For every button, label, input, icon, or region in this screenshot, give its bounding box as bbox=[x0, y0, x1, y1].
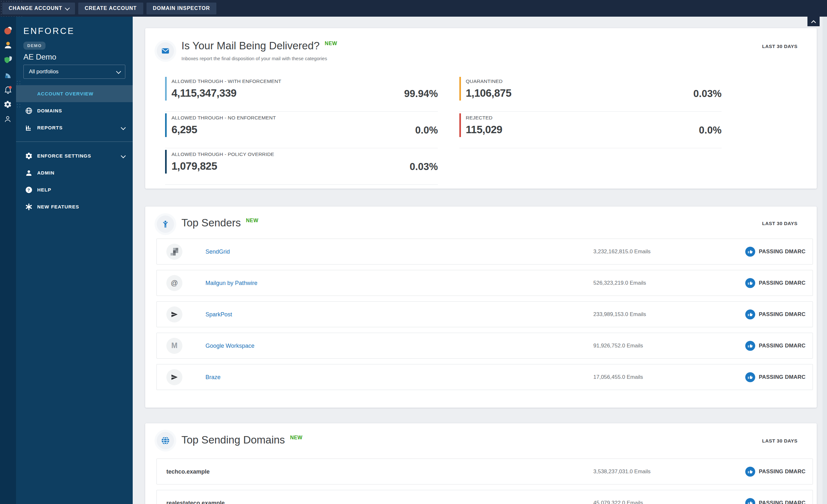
user-amber-icon[interactable] bbox=[4, 41, 12, 50]
dmarc-status-badge: PASSING DMARC bbox=[745, 309, 806, 319]
domain-email-count: 3,538,237,031.0 Emails bbox=[593, 468, 651, 475]
demo-badge: DEMO bbox=[23, 42, 46, 50]
chevron-down-icon bbox=[121, 125, 126, 130]
sender-email-count: 17,056,455.0 Emails bbox=[593, 374, 643, 380]
sender-row: SparkPost 233,989,153.0 Emails PASSING D… bbox=[156, 301, 813, 327]
delivery-card: Is Your Mail Being Delivered?NEW Inboxes… bbox=[145, 28, 817, 188]
sender-row: SendGrid 3,232,162,815.0 Emails PASSING … bbox=[156, 238, 813, 265]
dmarc-status-badge: PASSING DMARC bbox=[745, 466, 806, 477]
sender-row: @ Mailgun by Pathwire 526,323,219.0 Emai… bbox=[156, 270, 813, 296]
google-m-logo: M bbox=[171, 341, 177, 350]
notifications-bell-icon[interactable] bbox=[4, 85, 12, 94]
sidebar-item-domains[interactable]: DOMAINS bbox=[16, 102, 133, 119]
sender-name-link[interactable]: Google Workspace bbox=[205, 342, 254, 349]
chevron-down-icon bbox=[116, 69, 121, 74]
sender-name-link[interactable]: SendGrid bbox=[205, 248, 230, 255]
stat-percent: 0.03% bbox=[410, 161, 438, 173]
valimail-logo-icon[interactable] bbox=[4, 26, 12, 35]
help-icon: ? bbox=[25, 186, 33, 194]
profile-outline-icon[interactable] bbox=[4, 115, 12, 124]
stat-color-bar bbox=[459, 77, 461, 101]
gear-icon bbox=[25, 152, 33, 160]
domain-email-count: 45,079,322.0 Emails bbox=[593, 500, 643, 504]
stat-item: ALLOWED THROUGH - WITH ENFORCEMENT 4,115… bbox=[165, 75, 438, 112]
sender-email-count: 526,323,219.0 Emails bbox=[593, 280, 646, 286]
paper-plane-logo bbox=[171, 374, 178, 381]
thumbs-up-icon bbox=[745, 498, 755, 504]
domain-name: realestateco.example bbox=[166, 500, 225, 504]
stat-item: REJECTED 115,029 0.0% bbox=[459, 112, 722, 148]
stat-value: 4,115,347,339 bbox=[172, 87, 438, 99]
sender-logo: M bbox=[166, 338, 182, 354]
person-icon bbox=[25, 169, 33, 177]
scrollbar-track bbox=[823, 17, 827, 504]
thumbs-up-icon bbox=[745, 341, 755, 351]
create-account-button[interactable]: CREATE ACCOUNT bbox=[78, 3, 143, 14]
top-senders-card: Top SendersNEW LAST 30 DAYS SendGrid 3,2… bbox=[145, 207, 817, 408]
collapse-panel-button[interactable] bbox=[808, 17, 820, 26]
domain-row: realestateco.example 45,079,322.0 Emails… bbox=[156, 490, 813, 504]
sender-name-link[interactable]: Braze bbox=[205, 374, 221, 380]
thumbs-up-icon bbox=[745, 278, 755, 288]
sidebar-item-reports[interactable]: REPORTS bbox=[16, 119, 133, 136]
sidebar-item-enforce-settings[interactable]: ENFORCE SETTINGS bbox=[16, 147, 133, 164]
sendgrid-pixel-logo bbox=[170, 247, 179, 256]
chart-flag-blue-icon[interactable] bbox=[4, 70, 12, 79]
paper-plane-logo bbox=[171, 311, 178, 318]
stat-color-bar bbox=[459, 113, 461, 137]
sender-logo bbox=[166, 306, 182, 323]
domain-inspector-label: DOMAIN INSPECTOR bbox=[153, 5, 210, 11]
domain-row: techco.example 3,538,237,031.0 Emails PA… bbox=[156, 458, 813, 485]
sender-email-count: 3,232,162,815.0 Emails bbox=[593, 248, 651, 255]
stat-value: 1,106,875 bbox=[466, 87, 722, 99]
dmarc-status-badge: PASSING DMARC bbox=[745, 498, 806, 504]
envelope-icon bbox=[157, 42, 174, 60]
delivery-title-text: Is Your Mail Being Delivered? bbox=[182, 40, 320, 52]
dmarc-status-badge: PASSING DMARC bbox=[745, 372, 806, 382]
stats-column-right: QUARANTINED 1,106,875 0.03% REJECTED 115… bbox=[459, 75, 722, 185]
thumbs-up-icon bbox=[745, 246, 755, 257]
stat-value: 115,029 bbox=[466, 124, 722, 136]
sender-email-count: 233,989,153.0 Emails bbox=[593, 311, 646, 318]
nav-divider bbox=[16, 142, 133, 142]
chevron-down-icon bbox=[121, 153, 126, 159]
sidebar-item-label: NEW FEATURES bbox=[37, 204, 79, 209]
dmarc-status-badge: PASSING DMARC bbox=[745, 278, 806, 288]
sender-logo: @ bbox=[166, 275, 182, 291]
sender-name-link[interactable]: Mailgun by Pathwire bbox=[205, 280, 257, 286]
person-arms-up-icon bbox=[157, 216, 174, 233]
dmarc-status-text: PASSING DMARC bbox=[759, 468, 806, 475]
sidebar-item-account-overview[interactable]: ACCOUNT OVERVIEW bbox=[16, 85, 133, 102]
sender-name-link[interactable]: SparkPost bbox=[205, 311, 232, 318]
dmarc-status-text: PASSING DMARC bbox=[759, 280, 806, 286]
top-domains-card: Top Sending DomainsNEW LAST 30 DAYS tech… bbox=[145, 423, 817, 504]
app-icon-rail bbox=[0, 17, 16, 504]
sidebar-item-label: REPORTS bbox=[37, 125, 63, 130]
stat-percent: 0.0% bbox=[699, 124, 722, 136]
stat-value: 1,079,825 bbox=[172, 160, 438, 172]
main-content: Is Your Mail Being Delivered?NEW Inboxes… bbox=[133, 17, 827, 504]
change-account-button[interactable]: CHANGE ACCOUNT bbox=[2, 3, 75, 14]
domain-inspector-button[interactable]: DOMAIN INSPECTOR bbox=[146, 3, 216, 14]
thumbs-up-icon bbox=[745, 309, 755, 319]
stat-percent: 99.94% bbox=[404, 88, 438, 100]
portfolio-select[interactable]: All portfolios bbox=[23, 65, 125, 79]
sidebar-item-admin[interactable]: ADMIN bbox=[16, 164, 133, 181]
stat-color-bar bbox=[165, 150, 167, 174]
card-title: Top Sending DomainsNEW bbox=[182, 434, 303, 446]
card-title: Is Your Mail Being Delivered?NEW bbox=[182, 40, 337, 52]
mailgun-at-logo: @ bbox=[171, 279, 178, 287]
grid-icon bbox=[25, 90, 33, 98]
sidebar-item-new-features[interactable]: NEW FEATURES bbox=[16, 198, 133, 215]
top-senders-title-text: Top Senders bbox=[182, 217, 241, 229]
shield-green-icon[interactable] bbox=[4, 55, 12, 64]
stat-percent: 0.0% bbox=[415, 124, 438, 136]
bar-chart-icon bbox=[25, 124, 33, 132]
asterisk-icon bbox=[25, 203, 33, 211]
sidebar-item-label: ENFORCE SETTINGS bbox=[37, 153, 91, 159]
stat-label: ALLOWED THROUGH - POLICY OVERRIDE bbox=[172, 148, 438, 157]
settings-gear-icon[interactable] bbox=[4, 100, 12, 109]
period-label: LAST 30 DAYS bbox=[762, 221, 797, 226]
sidebar-item-help[interactable]: ? HELP bbox=[16, 181, 133, 198]
stats-column-left: ALLOWED THROUGH - WITH ENFORCEMENT 4,115… bbox=[165, 75, 438, 185]
